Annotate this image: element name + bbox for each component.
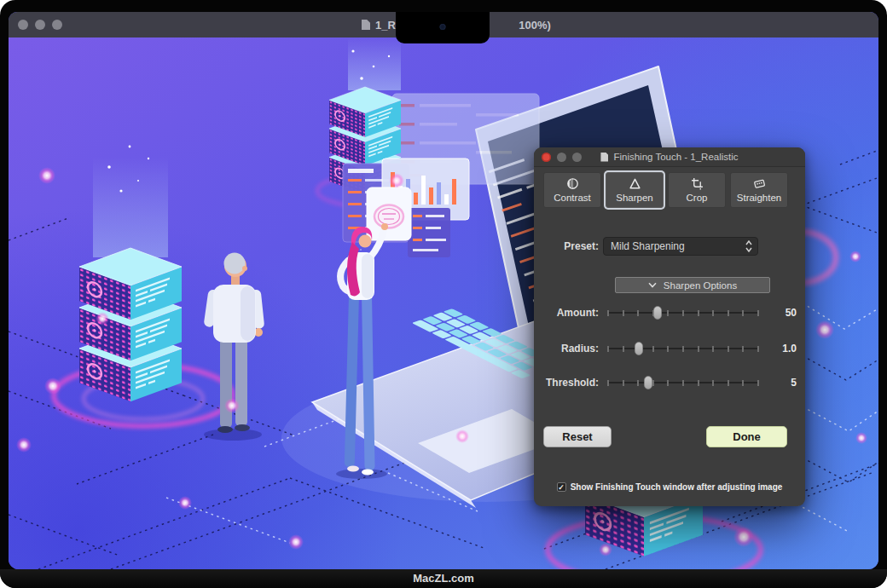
slider-thumb[interactable] bbox=[644, 376, 652, 389]
radius-value: 1.0 bbox=[766, 343, 797, 355]
dialog-title: Finishing Touch - 1_Realistic bbox=[613, 152, 738, 162]
tab-sharpen[interactable]: Sharpen bbox=[606, 172, 664, 208]
show-window-checkbox-row: ✓ Show Finishing Touch window after adju… bbox=[534, 482, 805, 492]
checkbox[interactable]: ✓ bbox=[557, 482, 566, 492]
dialog-close-button[interactable] bbox=[542, 153, 551, 162]
tab-crop[interactable]: Crop bbox=[668, 172, 726, 208]
dialog-titlebar[interactable]: Finishing Touch - 1_Realistic bbox=[534, 147, 805, 167]
document-icon bbox=[600, 153, 608, 162]
close-button[interactable] bbox=[18, 20, 28, 30]
minimize-button[interactable] bbox=[35, 20, 45, 30]
amount-value: 50 bbox=[766, 307, 797, 319]
slider-thumb[interactable] bbox=[635, 342, 643, 355]
amount-label: Amount: bbox=[543, 307, 603, 319]
tab-contrast[interactable]: Contrast bbox=[543, 172, 601, 208]
document-icon bbox=[362, 20, 370, 30]
dialog-window-controls bbox=[542, 153, 582, 162]
threshold-label: Threshold: bbox=[543, 377, 603, 389]
threshold-slider[interactable] bbox=[607, 376, 759, 389]
camera-icon bbox=[440, 24, 446, 30]
radius-label: Radius: bbox=[543, 343, 603, 355]
slider-thumb[interactable] bbox=[653, 306, 662, 320]
amount-row: Amount: 50 bbox=[543, 306, 797, 320]
light-beam bbox=[348, 37, 401, 90]
preset-dropdown[interactable]: Mild Sharpening bbox=[603, 237, 758, 256]
window-controls bbox=[18, 20, 62, 30]
contrast-icon bbox=[566, 177, 579, 190]
slider-ticks bbox=[607, 346, 759, 352]
radius-row: Radius: 1.0 bbox=[543, 342, 797, 355]
done-button[interactable]: Done bbox=[706, 426, 787, 447]
light-beam bbox=[93, 157, 168, 257]
slider-ticks bbox=[607, 380, 759, 386]
code-panel-small bbox=[408, 208, 450, 257]
stepper-icon bbox=[743, 239, 754, 254]
tab-straighten[interactable]: Straighten bbox=[730, 172, 788, 208]
desktop-screen: 1_Rea 100%) bbox=[9, 12, 878, 569]
chevron-down-icon bbox=[648, 282, 657, 288]
window-title-right: 100%) bbox=[519, 19, 551, 32]
straighten-icon bbox=[753, 177, 766, 190]
sharpen-icon bbox=[629, 177, 641, 190]
threshold-row: Threshold: 5 bbox=[543, 376, 797, 389]
watermark: MacZL.com bbox=[0, 569, 887, 588]
reset-button[interactable]: Reset bbox=[543, 426, 612, 447]
preset-value: Mild Sharpening bbox=[611, 240, 743, 252]
checkbox-label: Show Finishing Touch window after adjust… bbox=[571, 482, 783, 492]
dialog-zoom-button[interactable] bbox=[572, 153, 582, 162]
preset-label: Preset: bbox=[543, 240, 603, 252]
preset-row: Preset: Mild Sharpening bbox=[543, 237, 797, 256]
amount-slider[interactable] bbox=[607, 306, 759, 320]
adjustment-tabs: Contrast Sharpen Crop bbox=[543, 172, 788, 208]
finishing-touch-dialog: Finishing Touch - 1_Realistic Contrast S… bbox=[534, 147, 805, 506]
zoom-button[interactable] bbox=[52, 20, 62, 30]
sharpen-options-button[interactable]: Sharpen Options bbox=[615, 277, 770, 293]
dialog-minimize-button[interactable] bbox=[557, 153, 566, 162]
crop-icon bbox=[691, 177, 704, 190]
threshold-value: 5 bbox=[766, 377, 797, 389]
radius-slider[interactable] bbox=[607, 342, 759, 355]
macbook-display: 1_Rea 100%) bbox=[0, 0, 887, 588]
touch-card bbox=[367, 187, 411, 240]
slider-ticks bbox=[607, 310, 759, 316]
display-notch bbox=[396, 12, 490, 43]
